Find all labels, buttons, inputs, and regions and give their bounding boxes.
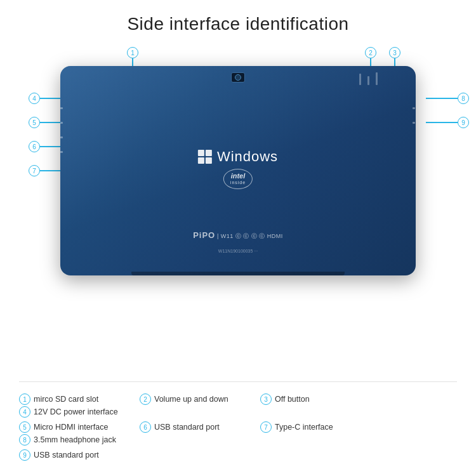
pipo-brand: PiPO | W11 ⓒ ⓒ ⓒ ⓒ HDMI [193,230,283,241]
pipo-name: PiPO [193,230,215,240]
legend-text-4: 12V DC power interface [34,407,118,416]
legend-num-2: 2 [140,393,151,405]
legend-text-7: Type-C interface [275,423,333,432]
legend-item-8: 8 3.5mm headphone jack [19,434,133,446]
page-title: Side interface identification [0,0,476,41]
legend-num-8: 8 [19,434,30,446]
legend-item-6: 6 USB standard port [140,421,254,433]
legend-num-4: 4 [19,406,30,418]
legend-item-5: 5 Micro HDMI interface [19,421,133,433]
windows-logo-area: Windows intel inside [198,149,278,189]
annotation-2: 2 [365,47,376,58]
legend-text-8: 3.5mm headphone jack [34,435,116,444]
annotation-3: 3 [389,47,400,58]
windows-row: Windows [198,149,278,165]
camera [231,72,245,83]
ann-circle-6: 6 [29,141,40,152]
annotation-9: 9 [426,117,469,128]
legend-text-3: Off button [275,395,310,404]
annotation-1: 1 [127,47,138,58]
legend-num-5: 5 [19,421,30,433]
ann-circle-1: 1 [127,47,138,58]
legend-row-2: 5 Micro HDMI interface 6 USB standard po… [19,421,457,447]
windows-text: Windows [217,149,278,165]
legend-item-3: 3 Off button [260,393,374,405]
legend-num-9: 9 [19,449,30,461]
legend-text-6: USB standard port [154,423,220,432]
legend-row-1: 1 mirco SD card slot 2 Volume up and dow… [19,393,457,419]
legend-text-5: Micro HDMI interface [34,423,108,432]
legend-text-9: USB standard port [34,451,99,459]
legend-section: 1 mirco SD card slot 2 Volume up and dow… [19,393,457,465]
legend-num-7: 7 [260,421,272,433]
ann-circle-9: 9 [458,117,469,128]
legend-num-6: 6 [140,421,151,433]
windows-icon [198,150,212,164]
intel-circle: intel inside [223,169,253,189]
annotation-8: 8 [426,93,469,104]
legend-item-1: 1 mirco SD card slot [19,393,133,405]
legend-num-1: 1 [19,393,30,405]
tablet-body: Windows intel inside PiPO | W11 ⓒ ⓒ ⓒ ⓒ … [60,66,416,275]
legend-item-2: 2 Volume up and down [140,393,254,405]
ann-circle-8: 8 [458,93,469,104]
pipo-serial: W11N190100035 ··· [218,249,258,253]
legend-text-2: Volume up and down [154,395,228,404]
ann-circle-4: 4 [29,93,40,104]
legend-item-4: 4 12V DC power interface [19,406,133,418]
legend-num-3: 3 [260,393,272,405]
ann-circle-5: 5 [29,117,40,128]
legend-text-1: mirco SD card slot [34,395,98,404]
ann-circle-2: 2 [365,47,376,58]
legend-row-3: 9 USB standard port [19,449,457,462]
tablet-diagram: 1 2 3 4 5 6 7 [29,47,447,294]
ann-circle-7: 7 [29,165,40,176]
legend-item-7: 7 Type-C interface [260,421,374,433]
pipo-model: | W11 ⓒ ⓒ ⓒ ⓒ HDMI [217,233,283,239]
divider [19,381,457,382]
ann-circle-3: 3 [389,47,400,58]
legend-item-9: 9 USB standard port [19,449,133,461]
intel-badge: intel inside [198,169,278,189]
